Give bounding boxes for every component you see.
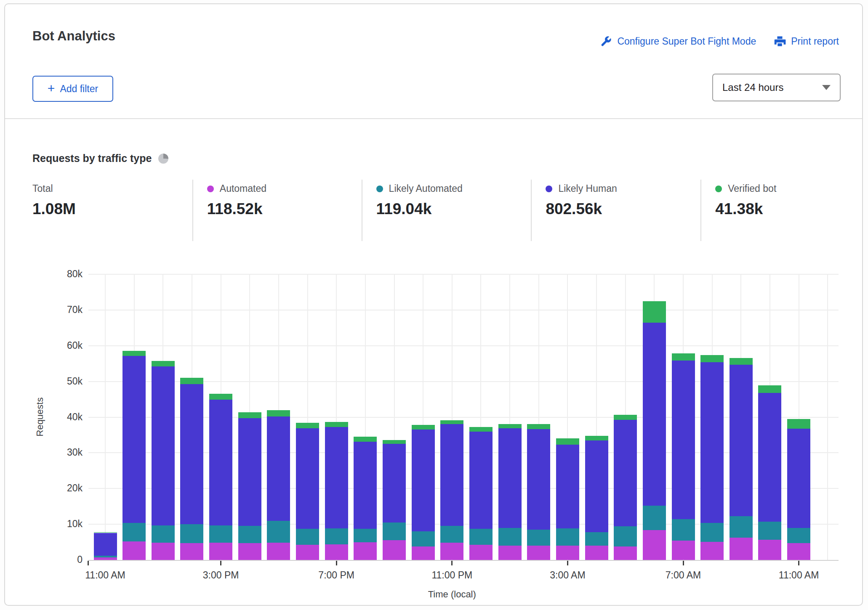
bar-segment-verified-bot — [267, 410, 290, 416]
bar-segment-verified-bot — [354, 437, 377, 442]
bar-hour-18[interactable] — [614, 415, 637, 560]
bar-segment-verified-bot — [614, 415, 637, 420]
bar-segment-verified-bot — [643, 301, 666, 323]
bar-segment-automated — [267, 543, 290, 560]
y-axis-tick-label: 50k — [38, 376, 83, 387]
bar-segment-likely-automated — [209, 525, 232, 543]
bar-segment-likely-automated — [412, 531, 435, 546]
y-axis-title: Requests — [35, 390, 45, 444]
bar-hour-3[interactable] — [180, 378, 203, 560]
y-axis-tick-label: 20k — [38, 483, 83, 494]
bar-segment-likely-human — [556, 445, 579, 528]
bar-segment-likely-human — [469, 432, 493, 529]
bar-hour-11[interactable] — [412, 425, 435, 560]
bar-segment-likely-human — [440, 424, 463, 526]
bar-segment-verified-bot — [383, 440, 406, 444]
bar-segment-likely-automated — [296, 529, 319, 545]
y-axis-tick-label: 60k — [38, 340, 83, 351]
bar-segment-likely-human — [730, 365, 753, 517]
bar-hour-16[interactable] — [556, 438, 579, 560]
x-axis-tick — [451, 561, 453, 565]
bar-segment-likely-human — [643, 323, 666, 506]
page: Bot Analytics Configure Super Bot Fight … — [0, 0, 868, 610]
bar-segment-likely-human — [585, 440, 608, 532]
bar-segment-verified-bot — [122, 351, 146, 356]
bar-segment-likely-automated — [440, 526, 463, 543]
bar-segment-likely-human — [122, 356, 146, 522]
x-axis-tick — [798, 561, 799, 565]
bar-segment-automated — [296, 545, 319, 560]
bar-hour-10[interactable] — [383, 440, 406, 560]
x-axis-tick-label: 3:00 PM — [203, 570, 239, 581]
bar-hour-15[interactable] — [527, 424, 550, 560]
bar-hour-5[interactable] — [238, 412, 261, 560]
bar-segment-automated — [412, 546, 435, 560]
bar-hour-13[interactable] — [469, 427, 493, 560]
bar-segment-likely-automated — [643, 506, 666, 530]
bar-segment-likely-human — [209, 400, 232, 525]
bar-segment-likely-automated — [614, 526, 637, 546]
bar-segment-automated — [787, 543, 810, 560]
bar-segment-automated — [527, 546, 550, 560]
bar-segment-likely-automated — [152, 525, 175, 543]
bar-segment-automated — [730, 538, 753, 560]
bar-segment-verified-bot — [700, 355, 724, 362]
bar-segment-verified-bot — [469, 427, 493, 432]
bar-hour-1[interactable] — [122, 351, 146, 560]
bar-hour-8[interactable] — [325, 422, 348, 560]
bar-hour-7[interactable] — [296, 423, 319, 560]
bar-segment-likely-automated — [556, 528, 579, 546]
bar-hour-20[interactable] — [672, 353, 695, 560]
bar-segment-likely-human — [412, 430, 435, 531]
bar-segment-verified-bot — [152, 361, 175, 366]
x-axis-tick — [567, 561, 568, 565]
bar-segment-automated — [498, 546, 522, 560]
bar-segment-likely-automated — [700, 523, 724, 542]
bar-segment-verified-bot — [440, 420, 463, 424]
bar-hour-0[interactable] — [94, 532, 117, 560]
bar-hour-4[interactable] — [209, 394, 232, 560]
bar-hour-22[interactable] — [730, 358, 753, 560]
bar-segment-likely-automated — [469, 529, 493, 545]
bar-hour-21[interactable] — [700, 355, 724, 560]
bar-segment-verified-bot — [556, 438, 579, 445]
x-axis-tick-label: 11:00 AM — [779, 570, 819, 581]
bar-segment-automated — [325, 544, 348, 560]
bar-hour-14[interactable] — [498, 424, 522, 560]
bar-hour-17[interactable] — [585, 436, 608, 560]
bar-hour-23[interactable] — [758, 385, 781, 560]
bar-segment-likely-automated — [383, 522, 406, 540]
bar-segment-likely-human — [758, 393, 781, 522]
bar-hour-2[interactable] — [152, 361, 175, 560]
gridline-horizontal — [88, 345, 839, 346]
bar-segment-verified-bot — [209, 394, 232, 400]
bar-segment-verified-bot — [787, 419, 810, 429]
bar-hour-12[interactable] — [440, 420, 463, 560]
bar-segment-automated — [180, 543, 203, 560]
y-axis-tick-label: 10k — [38, 518, 83, 530]
bar-segment-likely-human — [354, 442, 377, 529]
bar-segment-automated — [122, 541, 146, 560]
x-axis-tick-label: 7:00 AM — [666, 570, 701, 581]
gridline-horizontal — [88, 274, 839, 275]
bar-segment-automated — [152, 543, 175, 560]
bar-segment-likely-automated — [730, 516, 753, 537]
y-axis-tick-label: 80k — [38, 268, 83, 280]
bar-segment-likely-automated — [585, 532, 608, 546]
gridline-vertical — [827, 274, 828, 560]
bar-segment-likely-automated — [267, 521, 290, 543]
bar-segment-likely-human — [267, 416, 290, 521]
bar-segment-automated — [556, 546, 579, 560]
bar-hour-24[interactable] — [787, 419, 810, 560]
bar-segment-automated — [758, 540, 781, 560]
bar-segment-likely-human — [498, 428, 522, 528]
bar-segment-likely-human — [383, 444, 406, 522]
bar-segment-verified-bot — [94, 532, 117, 533]
bar-hour-6[interactable] — [267, 410, 290, 560]
bar-hour-19[interactable] — [643, 301, 666, 560]
x-axis-tick-label: 11:00 PM — [431, 570, 472, 581]
bar-segment-likely-automated — [122, 523, 146, 541]
bar-hour-9[interactable] — [354, 437, 377, 560]
bar-segment-likely-automated — [527, 530, 550, 546]
bar-segment-automated — [440, 543, 463, 560]
